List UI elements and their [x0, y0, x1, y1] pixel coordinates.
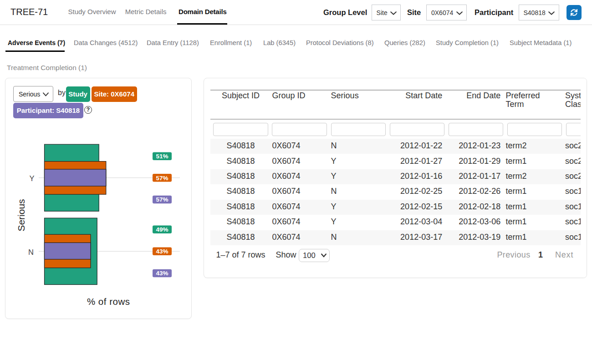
svg-text:43%: 43%	[156, 248, 168, 255]
svg-text:N: N	[28, 248, 34, 256]
svg-text:57%: 57%	[156, 196, 168, 203]
svg-text:% of rows: % of rows	[87, 296, 130, 307]
svg-text:51%: 51%	[156, 153, 168, 160]
svg-text:Y: Y	[29, 174, 34, 182]
svg-text:49%: 49%	[156, 226, 168, 233]
svg-text:Serious: Serious	[16, 199, 26, 231]
svg-text:57%: 57%	[156, 175, 168, 182]
svg-text:43%: 43%	[156, 270, 168, 277]
